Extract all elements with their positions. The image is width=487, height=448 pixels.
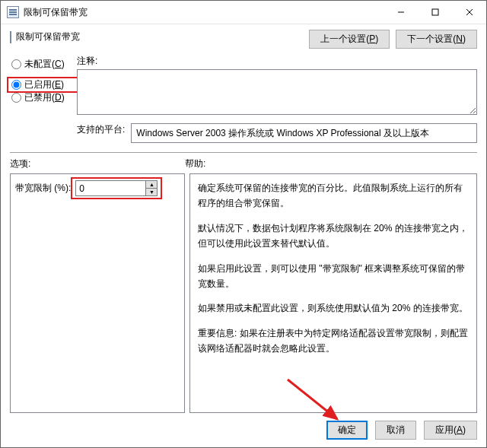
supported-platform-text: Windows Server 2003 操作系统或 Windows XP Pro… (136, 128, 429, 138)
maximize-button[interactable] (418, 1, 452, 24)
options-box: 带宽限制 (%): ▲ ▼ (10, 173, 185, 195)
platform-row: 支持的平台: Windows Server 2003 操作系统或 Windows… (77, 123, 477, 143)
mid-labels: 选项: 帮助: (10, 157, 477, 170)
window-controls (384, 1, 486, 24)
right-column: 注释: 支持的平台: Windows Server 2003 操作系统或 Win… (77, 55, 477, 143)
platform-label: 支持的平台: (77, 123, 125, 136)
spinner-buttons: ▲ ▼ (145, 181, 157, 195)
apply-button[interactable]: 应用(A) (424, 421, 477, 440)
help-label: 帮助: (185, 157, 205, 170)
minimize-button[interactable] (384, 1, 418, 24)
separator (10, 152, 477, 153)
radio-disabled-input[interactable] (11, 93, 21, 103)
spinner-down-button[interactable]: ▼ (145, 189, 157, 195)
comment-label: 注释: (77, 55, 477, 68)
radio-not-configured-input[interactable] (11, 59, 21, 69)
lower-panes: 带宽限制 (%): ▲ ▼ 确定系统可保留的连接带宽的百分比 (10, 173, 477, 413)
previous-setting-label: 上一个设置(P) (320, 33, 378, 46)
options-label: 选项: (10, 157, 185, 170)
client-area: 限制可保留带宽 上一个设置(P) 下一个设置(N) 未配置(C) 已启用(E) … (1, 24, 486, 447)
bandwidth-limit-spinner[interactable]: ▲ ▼ (75, 180, 158, 196)
help-p5: 重要信息: 如果在注册表中为特定网络适配器设置带宽限制，则配置该网络适配器时就会… (198, 326, 469, 357)
radio-not-configured-label: 未配置(C) (24, 58, 65, 71)
radio-enabled[interactable]: 已启用(E) (7, 77, 78, 93)
cancel-button-label: 取消 (387, 424, 405, 437)
options-box-lower (10, 194, 185, 413)
radio-not-configured[interactable]: 未配置(C) (10, 58, 71, 71)
radio-enabled-input[interactable] (11, 80, 21, 90)
previous-setting-button[interactable]: 上一个设置(P) (309, 30, 390, 49)
help-p2: 默认情况下，数据包计划程序将系统限制在 20% 的连接带宽之内，但可以使用此设置… (198, 221, 469, 252)
svg-rect-1 (432, 9, 438, 15)
policy-icon (10, 32, 11, 43)
help-p4: 如果禁用或未配置此设置，则系统使用默认值为 20% 的连接带宽。 (198, 300, 469, 316)
next-setting-button[interactable]: 下一个设置(N) (396, 30, 477, 49)
bandwidth-limit-label: 带宽限制 (%): (15, 182, 71, 195)
help-pane: 确定系统可保留的连接带宽的百分比。此值限制系统上运行的所有程序的组合带宽保留。 … (189, 173, 477, 413)
help-p1: 确定系统可保留的连接带宽的百分比。此值限制系统上运行的所有程序的组合带宽保留。 (198, 180, 469, 211)
radio-disabled-label: 已禁用(D) (24, 91, 65, 104)
options-pane: 带宽限制 (%): ▲ ▼ (10, 173, 185, 413)
ok-button[interactable]: 确定 (326, 421, 368, 440)
window-icon (7, 6, 19, 18)
radio-disabled[interactable]: 已禁用(D) (10, 91, 71, 104)
supported-platform-box: Windows Server 2003 操作系统或 Windows XP Pro… (131, 123, 477, 143)
spinner-up-button[interactable]: ▲ (145, 181, 157, 189)
window-title: 限制可保留带宽 (24, 6, 384, 19)
cancel-button[interactable]: 取消 (375, 421, 416, 440)
config-area: 未配置(C) 已启用(E) 已禁用(D) 注释: 支持的平台: Windows … (10, 55, 477, 143)
help-p3: 如果启用此设置，则可以使用 "带宽限制" 框来调整系统可保留的带宽数量。 (198, 261, 469, 292)
next-setting-label: 下一个设置(N) (407, 33, 466, 46)
state-radio-group: 未配置(C) 已启用(E) 已禁用(D) (10, 55, 71, 143)
nav-row: 上一个设置(P) 下一个设置(N) (10, 30, 477, 49)
ok-button-label: 确定 (338, 424, 356, 437)
titlebar: 限制可保留带宽 (1, 1, 486, 24)
dialog-window: 限制可保留带宽 限制可保留带宽 上一个设置(P) 下一个设置(N) 未配置(C) (0, 0, 487, 448)
apply-button-label: 应用(A) (435, 424, 466, 437)
footer-buttons: 确定 取消 应用(A) (10, 421, 477, 440)
close-button[interactable] (452, 1, 486, 24)
radio-enabled-label: 已启用(E) (24, 78, 64, 91)
comment-textarea[interactable] (77, 69, 477, 115)
